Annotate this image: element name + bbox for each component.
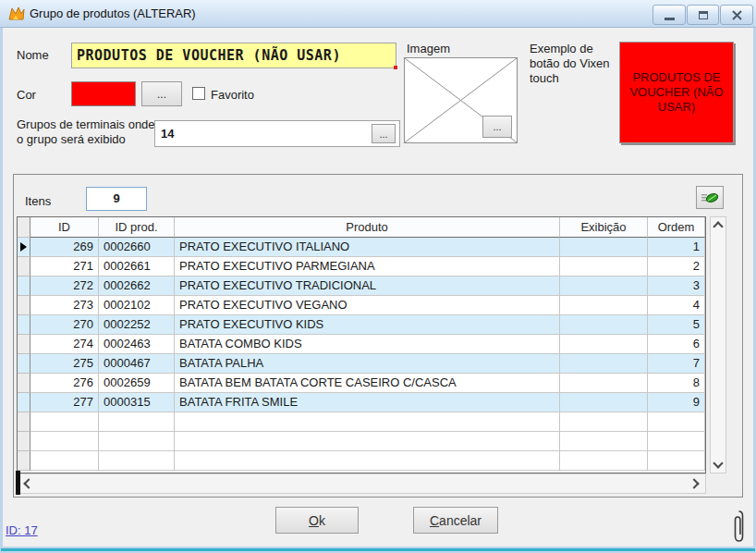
- row-indicator-cell: [18, 296, 30, 315]
- table-row[interactable]: [18, 451, 705, 471]
- nome-input[interactable]: PRODUTOS DE VOUCHER (NÃO USAR): [71, 43, 396, 68]
- cancel-button[interactable]: Cancelar: [413, 507, 498, 534]
- table-cell: 0002661: [99, 257, 175, 276]
- table-row[interactable]: 2770000315BATATA FRITA SMILE9: [18, 393, 705, 412]
- row-indicator-cell: [18, 393, 30, 412]
- scroll-up-icon[interactable]: [713, 221, 723, 231]
- table-cell: 275: [30, 354, 99, 374]
- table-cell: PRATO EXECUTIVO PARMEGIANA: [175, 257, 560, 276]
- image-placeholder[interactable]: ...: [404, 57, 518, 143]
- table-cell: [99, 412, 175, 432]
- row-indicator-cell: [18, 374, 30, 393]
- table-cell: 0002662: [99, 276, 175, 296]
- minimize-button[interactable]: [652, 5, 686, 25]
- export-button[interactable]: [696, 186, 724, 209]
- products-grid[interactable]: IDID prod.ProdutoExibiçãoOrdem 269000266…: [17, 216, 706, 473]
- table-cell: 5: [648, 315, 705, 335]
- table-cell: 270: [30, 315, 99, 335]
- row-indicator-header: [18, 217, 30, 238]
- table-row[interactable]: 2720002662PRATO EXECUTIVO TRADICIONAL3: [18, 276, 705, 296]
- title-bar[interactable]: Grupo de produtos (ALTERAR): [0, 0, 756, 28]
- table-cell: 274: [30, 335, 99, 354]
- table-row[interactable]: [18, 412, 705, 432]
- column-header[interactable]: Exibição: [560, 217, 648, 238]
- table-cell: [648, 432, 705, 451]
- favorito-label: Favorito: [211, 88, 254, 102]
- table-cell: 277: [30, 393, 99, 412]
- column-header[interactable]: Produto: [175, 217, 560, 238]
- grid-header: IDID prod.ProdutoExibiçãoOrdem: [18, 217, 705, 238]
- row-indicator-cell: [18, 335, 30, 354]
- paperclip-attachment-icon[interactable]: [732, 509, 746, 546]
- table-cell: [30, 432, 99, 451]
- favorito-checkbox[interactable]: [192, 87, 205, 100]
- table-cell: [560, 451, 648, 471]
- close-icon: [732, 10, 742, 20]
- record-id-link[interactable]: ID: 17: [6, 523, 38, 537]
- table-cell: [175, 412, 560, 432]
- table-cell: BATATA BEM BATATA CORTE CASEIRO C/CASCA: [175, 374, 560, 393]
- nome-label: Nome: [17, 48, 49, 62]
- table-cell: [30, 412, 99, 432]
- table-cell: BATATA COMBO KIDS: [175, 335, 560, 354]
- table-cell: [560, 315, 648, 335]
- horizontal-scrollbar[interactable]: [17, 473, 706, 494]
- table-cell: [648, 412, 705, 432]
- scroll-left-icon[interactable]: [23, 478, 33, 488]
- table-cell: 4: [648, 296, 705, 315]
- column-header[interactable]: ID prod.: [99, 217, 175, 238]
- table-cell: PRATO EXECUTIVO VEGANO: [175, 296, 560, 315]
- exemplo-label: Exemplo de botão do Vixen touch: [530, 42, 615, 86]
- table-row[interactable]: 2700002252PRATO EXECUTIVO KIDS5: [18, 315, 705, 335]
- table-cell: 273: [30, 296, 99, 315]
- items-panel: Itens 9 IDID prod.ProdutoExibiçãoOrdem 2…: [13, 174, 743, 498]
- vixen-touch-preview-button[interactable]: PRODUTOS DE VOUCHER (NÃO USAR): [619, 42, 734, 143]
- table-cell: BATATA PALHA: [175, 354, 560, 374]
- table-cell: [560, 276, 648, 296]
- table-cell: 1: [648, 238, 705, 257]
- table-cell: 0002102: [99, 296, 175, 315]
- cor-label: Cor: [17, 88, 36, 102]
- table-cell: [560, 412, 648, 432]
- table-cell: 269: [30, 238, 99, 257]
- table-cell: 2: [648, 257, 705, 276]
- imagem-label: Imagem: [407, 42, 450, 55]
- scroll-right-icon[interactable]: [689, 478, 699, 488]
- table-cell: 272: [30, 276, 99, 296]
- table-cell: 6: [648, 335, 705, 354]
- maximize-button[interactable]: [687, 5, 719, 25]
- table-cell: 271: [30, 257, 99, 276]
- table-row[interactable]: 2750000467BATATA PALHA7: [18, 354, 705, 374]
- leaf-export-icon: [701, 190, 719, 205]
- row-indicator-cell: [18, 354, 30, 374]
- table-row[interactable]: 2690002660PRATO EXECUTIVO ITALIANO1: [18, 238, 705, 257]
- app-fox-icon: [8, 6, 25, 22]
- minimize-icon: [665, 18, 675, 20]
- color-browse-button[interactable]: ...: [141, 81, 182, 106]
- current-row-arrow-icon: [20, 242, 27, 252]
- table-cell: PRATO EXECUTIVO ITALIANO: [175, 238, 560, 257]
- table-cell: [99, 432, 175, 451]
- table-row[interactable]: 2710002661PRATO EXECUTIVO PARMEGIANA2: [18, 257, 705, 276]
- required-marker: [394, 66, 397, 69]
- table-row[interactable]: 2740002463BATATA COMBO KIDS6: [18, 335, 705, 354]
- row-indicator-cell: [18, 412, 30, 432]
- scroll-down-icon[interactable]: [713, 458, 723, 468]
- terminais-input[interactable]: 14: [154, 120, 400, 147]
- terminais-browse-button[interactable]: ...: [372, 124, 396, 143]
- table-cell: BATATA FRITA SMILE: [175, 393, 560, 412]
- table-row[interactable]: 2760002659BATATA BEM BATATA CORTE CASEIR…: [18, 374, 705, 393]
- ok-button[interactable]: Ok: [275, 507, 359, 534]
- grid-rows: 2690002660PRATO EXECUTIVO ITALIANO127100…: [18, 238, 705, 471]
- table-row[interactable]: 2730002102PRATO EXECUTIVO VEGANO4: [18, 296, 705, 315]
- table-row[interactable]: [18, 432, 705, 451]
- column-header[interactable]: ID: [30, 217, 99, 238]
- row-indicator-cell: [18, 432, 30, 451]
- close-button[interactable]: [720, 5, 753, 25]
- table-cell: 8: [648, 374, 705, 393]
- vertical-scrollbar[interactable]: [710, 216, 726, 473]
- dialog-window: Grupo de produtos (ALTERAR) Nome PRODUTO…: [0, 0, 756, 553]
- column-header[interactable]: Ordem: [648, 217, 705, 238]
- color-swatch[interactable]: [71, 81, 136, 106]
- image-browse-button[interactable]: ...: [482, 116, 512, 138]
